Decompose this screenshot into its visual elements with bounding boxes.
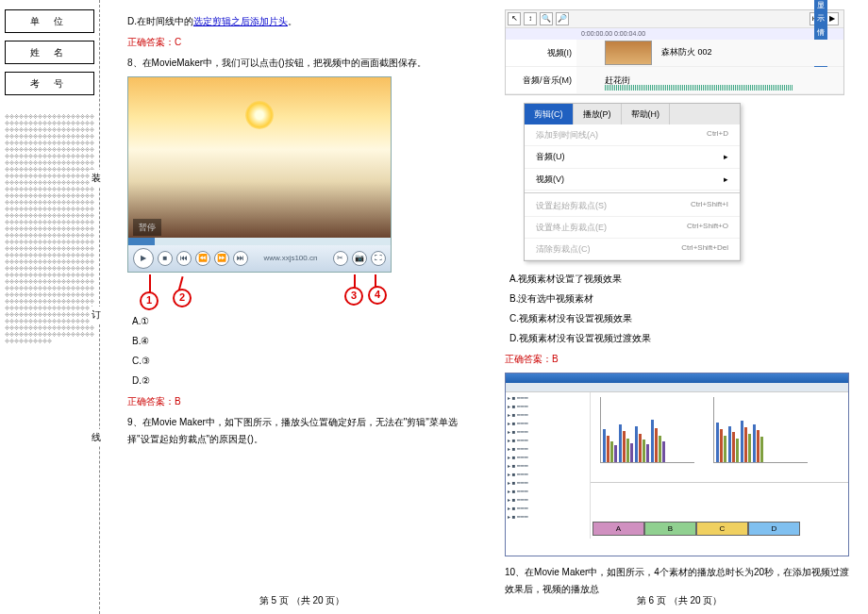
cursor-icon[interactable]: ↕ (524, 12, 537, 25)
menu-set-end: 设置终止剪裁点(E) Ctrl+Shift+O (525, 217, 740, 239)
timeline-ruler: 0:00:00.00 0:00:04.00 (506, 28, 843, 40)
chart-left (600, 397, 694, 463)
q7-d-link[interactable]: 选定剪辑之后添加片头 (193, 16, 288, 26)
timeline-toolbar: ↖ ↕ 🔍 🔎 ⏮ ▶ 显示情节摘要 (506, 10, 843, 28)
q7-d-suffix: 。 (288, 16, 297, 26)
q7-answer: 正确答案：C (127, 34, 476, 51)
line-label: 线 (90, 429, 103, 446)
tab-clip[interactable]: 剪辑(C) (525, 104, 574, 124)
menu-set-start-label: 设置起始剪裁点(S) (536, 198, 607, 213)
rewind-button[interactable]: ⏪ (195, 251, 210, 266)
q8-opt-d: D.② (127, 373, 476, 390)
unit-box: 单 位 (5, 9, 94, 33)
q7-d-prefix: D.在时间线中的 (127, 16, 193, 26)
play2-icon[interactable]: ▶ (826, 12, 839, 25)
video-player: 暂停 ▶ ■ ⏮ ⏪ ⏩ ⏭ www.xxjs100.cn ✂ 📷 ⛶ (127, 76, 392, 273)
menu-clear-trim: 清除剪裁点(C) Ctrl+Shift+Del (525, 239, 740, 260)
page6-footer: 第 6 页 （共 20 页） (491, 592, 868, 609)
app-toolbar (506, 383, 848, 392)
q9-opt-c: C.视频素材没有设置视频效果 (505, 310, 854, 327)
submenu-arrow-icon: ▸ (724, 149, 728, 164)
video-screen: 暂停 (128, 77, 391, 238)
video-track[interactable]: 森林防火 002 (576, 40, 843, 66)
audio-row: 音频/音乐(M) 赶花街 (506, 67, 843, 94)
q9-opt-b: B.没有选中视频素材 (505, 290, 854, 307)
tab-help[interactable]: 帮助(H) (622, 104, 671, 124)
q9-text: 9、在Movie Maker中，如下图所示，播放头位置确定好后，无法在"剪辑"菜… (127, 414, 476, 448)
submenu-arrow-icon: ▸ (724, 172, 728, 187)
video-url: www.xxjs100.cn (264, 252, 318, 265)
audio-row-label: 音频/音乐(M) (506, 71, 576, 90)
menu-clear-trim-key: Ctrl+Shift+Del (681, 241, 728, 257)
menu-add-timeline-label: 添加到时间线(A) (536, 127, 598, 142)
storyboard[interactable]: A B C D (591, 520, 848, 539)
menu-set-end-key: Ctrl+Shift+O (687, 220, 728, 235)
menu-add-timeline: 添加到时间线(A) Ctrl+D (525, 124, 740, 146)
q8-answer: 正确答案：B (127, 393, 476, 410)
collection-tree[interactable]: ▸ ■ ━━━▸ ■ ━━━▸ ■ ━━━▸ ■ ━━━▸ ■ ━━━▸ ■ ━… (506, 392, 591, 539)
menu-tabs: 剪辑(C) 播放(P) 帮助(H) (525, 104, 740, 124)
menu-audio[interactable]: 音频(U) ▸ (525, 146, 740, 168)
q9-opt-a: A.视频素材设置了视频效果 (505, 271, 854, 288)
segment-d[interactable]: D (748, 522, 800, 536)
next-button[interactable]: ⏭ (233, 251, 248, 266)
q7-option-d: D.在时间线中的选定剪辑之后添加片头。 (127, 13, 476, 30)
context-menu: 剪辑(C) 播放(P) 帮助(H) 添加到时间线(A) Ctrl+D 音频(U)… (524, 103, 741, 261)
sun-graphic (245, 101, 274, 129)
menu-add-timeline-key: Ctrl+D (707, 127, 728, 142)
circle-1: 1 (140, 291, 159, 310)
tab-play[interactable]: 播放(P) (574, 104, 622, 124)
split-button[interactable]: ✂ (333, 251, 348, 266)
movie-maker-app: ▸ ■ ━━━▸ ■ ━━━▸ ■ ━━━▸ ■ ━━━▸ ■ ━━━▸ ■ ━… (505, 373, 849, 556)
zoom-in-icon[interactable]: 🔍 (540, 12, 553, 25)
video-row-label: 视频(I) (506, 43, 576, 62)
content-area: D.在时间线中的选定剪辑之后添加片头。 正确答案：C 8、在MovieMaker… (99, 0, 868, 614)
circle-2: 2 (173, 289, 192, 307)
app-titlebar (506, 373, 848, 383)
menu-set-end-label: 设置终止剪裁点(E) (536, 220, 607, 235)
zoom-out-icon[interactable]: 🔎 (556, 12, 569, 25)
pattern-fill: ※※※※※※※※※※※※※※※※※※※※※※※※※※※※※※※※※※※※※※※※… (5, 114, 94, 529)
preview-area (591, 392, 848, 482)
video-controls: ▶ ■ ⏮ ⏪ ⏩ ⏭ www.xxjs100.cn ✂ 📷 ⛶ (128, 245, 391, 272)
q9-answer: 正确答案：B (505, 351, 854, 368)
menu-separator (525, 192, 740, 193)
page-6: ↖ ↕ 🔍 🔎 ⏮ ▶ 显示情节摘要 0:00:00.00 0:00:04.00… (491, 0, 868, 614)
segment-b[interactable]: B (644, 522, 696, 536)
play-button[interactable]: ▶ (133, 248, 154, 269)
video-clip[interactable] (605, 41, 652, 65)
stop-button[interactable]: ■ (158, 251, 173, 266)
menu-video[interactable]: 视频(V) ▸ (525, 169, 740, 191)
q8-text: 8、在MovieMaker中，我们可以点击()按钮，把视频中的画面截图保存。 (127, 55, 476, 72)
q9-opt-d: D.视频素材没有设置视频过渡效果 (505, 330, 854, 347)
binding-column: 单 位 姓 名 考 号 ※※※※※※※※※※※※※※※※※※※※※※※※※※※※… (0, 0, 99, 614)
page5-footer: 第 5 页 （共 20 页） (113, 592, 491, 609)
menu-set-start-key: Ctrl+Shift+I (691, 198, 728, 213)
q8-opt-b: B.④ (127, 333, 476, 350)
menu-clear-trim-label: 清除剪裁点(C) (536, 241, 591, 257)
examno-box: 考 号 (5, 72, 94, 95)
clip-title: 森林防火 002 (661, 44, 712, 59)
menu-video-label: 视频(V) (536, 172, 564, 187)
pointer-icon[interactable]: ↖ (508, 12, 521, 25)
circle-3: 3 (344, 287, 363, 306)
timeline-panel: ↖ ↕ 🔍 🔎 ⏮ ▶ 显示情节摘要 0:00:00.00 0:00:04.00… (505, 9, 844, 95)
segment-c[interactable]: C (696, 522, 748, 536)
segment-a[interactable]: A (593, 522, 644, 536)
audio-track[interactable]: 赶花街 (576, 67, 843, 93)
menu-audio-label: 音频(U) (536, 149, 565, 164)
chart-right (713, 397, 808, 463)
video-progress[interactable] (128, 238, 391, 245)
forward-button[interactable]: ⏩ (214, 251, 229, 266)
snapshot-button[interactable]: 📷 (352, 251, 367, 266)
menu-set-start: 设置起始剪裁点(S) Ctrl+Shift+I (525, 195, 740, 217)
seal-label: 装 (90, 170, 103, 187)
fullscreen-button[interactable]: ⛶ (371, 251, 386, 266)
name-box: 姓 名 (5, 41, 94, 64)
q8-opt-c: C.③ (127, 353, 476, 370)
pause-caption: 暂停 (133, 219, 161, 236)
bind-label: 订 (90, 307, 103, 324)
waveform-icon (605, 85, 793, 91)
prev-button[interactable]: ⏮ (176, 251, 192, 266)
page-5: D.在时间线中的选定剪辑之后添加片头。 正确答案：C 8、在MovieMaker… (113, 0, 491, 614)
